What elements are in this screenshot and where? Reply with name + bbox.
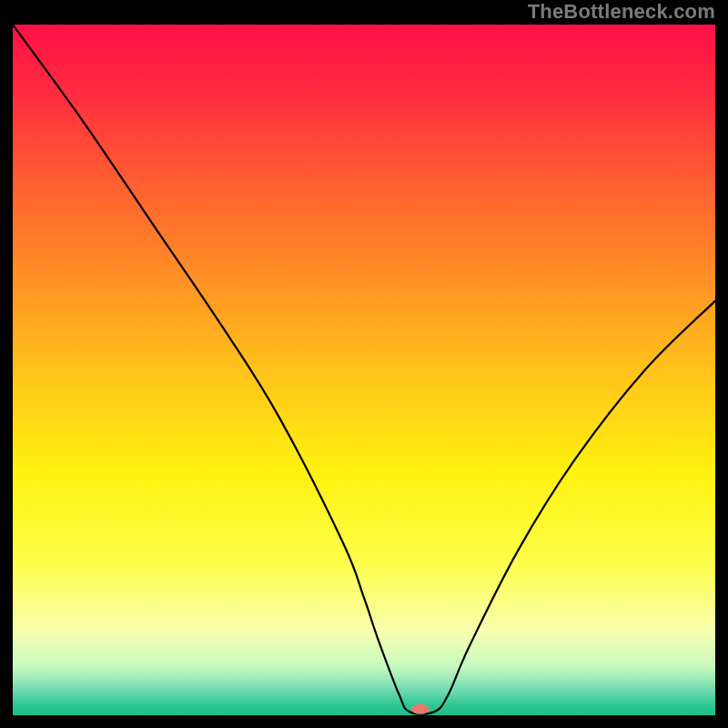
gradient-background [13, 25, 715, 715]
watermark-text: TheBottleneck.com [528, 0, 715, 24]
plot-area [13, 25, 715, 715]
plot-svg [13, 25, 715, 715]
min-point-marker [411, 703, 430, 713]
chart-frame: TheBottleneck.com [0, 0, 728, 728]
